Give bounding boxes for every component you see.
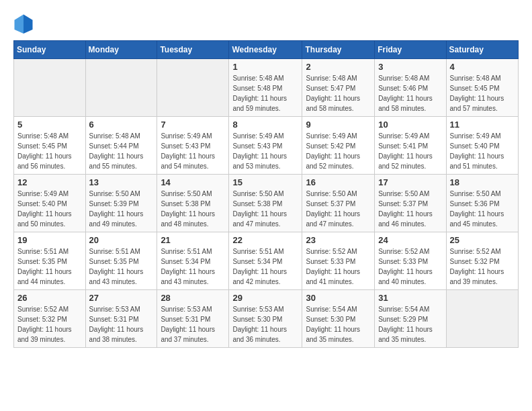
calendar-cell: 14Sunrise: 5:50 AM Sunset: 5:38 PM Dayli… <box>157 175 229 232</box>
day-info: Sunrise: 5:48 AM Sunset: 5:47 PM Dayligh… <box>306 73 371 113</box>
day-number: 22 <box>232 235 298 245</box>
day-info: Sunrise: 5:53 AM Sunset: 5:30 PM Dayligh… <box>232 304 298 345</box>
calendar-cell: 28Sunrise: 5:53 AM Sunset: 5:31 PM Dayli… <box>157 290 229 348</box>
day-info: Sunrise: 5:48 AM Sunset: 5:48 PM Dayligh… <box>232 73 298 113</box>
svg-marker-2 <box>15 15 24 34</box>
day-info: Sunrise: 5:52 AM Sunset: 5:33 PM Dayligh… <box>306 246 371 287</box>
calendar-cell: 22Sunrise: 5:51 AM Sunset: 5:34 PM Dayli… <box>229 232 302 290</box>
calendar-page: SundayMondayTuesdayWednesdayThursdayFrid… <box>0 0 532 411</box>
logo-icon <box>13 13 34 34</box>
calendar-cell: 15Sunrise: 5:50 AM Sunset: 5:38 PM Dayli… <box>229 175 302 232</box>
calendar-cell: 8Sunrise: 5:49 AM Sunset: 5:43 PM Daylig… <box>229 117 302 175</box>
day-number: 11 <box>450 120 515 130</box>
calendar-week-4: 19Sunrise: 5:51 AM Sunset: 5:35 PM Dayli… <box>14 232 519 290</box>
day-number: 28 <box>161 293 225 303</box>
day-info: Sunrise: 5:49 AM Sunset: 5:40 PM Dayligh… <box>17 189 82 229</box>
day-info: Sunrise: 5:52 AM Sunset: 5:33 PM Dayligh… <box>378 246 442 287</box>
day-info: Sunrise: 5:49 AM Sunset: 5:41 PM Dayligh… <box>378 131 442 171</box>
calendar-cell <box>446 290 518 348</box>
calendar-cell: 26Sunrise: 5:52 AM Sunset: 5:32 PM Dayli… <box>14 290 86 348</box>
calendar-cell: 10Sunrise: 5:49 AM Sunset: 5:41 PM Dayli… <box>375 117 446 175</box>
logo <box>13 13 36 34</box>
calendar-cell: 5Sunrise: 5:48 AM Sunset: 5:45 PM Daylig… <box>14 117 86 175</box>
day-number: 18 <box>450 177 515 187</box>
calendar-header-sunday: Sunday <box>14 41 86 59</box>
calendar-cell: 7Sunrise: 5:49 AM Sunset: 5:43 PM Daylig… <box>157 117 229 175</box>
day-number: 6 <box>89 120 154 130</box>
day-info: Sunrise: 5:50 AM Sunset: 5:39 PM Dayligh… <box>89 189 154 229</box>
day-number: 7 <box>161 120 225 130</box>
day-info: Sunrise: 5:51 AM Sunset: 5:34 PM Dayligh… <box>232 246 298 287</box>
day-number: 20 <box>89 235 154 245</box>
calendar-cell: 21Sunrise: 5:51 AM Sunset: 5:34 PM Dayli… <box>157 232 229 290</box>
calendar-week-3: 12Sunrise: 5:49 AM Sunset: 5:40 PM Dayli… <box>14 175 519 232</box>
day-number: 16 <box>306 177 371 187</box>
day-info: Sunrise: 5:54 AM Sunset: 5:29 PM Dayligh… <box>378 304 442 345</box>
calendar-cell: 2Sunrise: 5:48 AM Sunset: 5:47 PM Daylig… <box>302 59 375 117</box>
day-info: Sunrise: 5:50 AM Sunset: 5:37 PM Dayligh… <box>306 189 371 229</box>
calendar-body: 1Sunrise: 5:48 AM Sunset: 5:48 PM Daylig… <box>14 59 519 348</box>
day-info: Sunrise: 5:51 AM Sunset: 5:34 PM Dayligh… <box>161 246 225 287</box>
day-number: 9 <box>306 120 371 130</box>
calendar-cell: 19Sunrise: 5:51 AM Sunset: 5:35 PM Dayli… <box>14 232 86 290</box>
day-number: 2 <box>306 62 371 72</box>
day-number: 5 <box>17 120 82 130</box>
calendar-cell: 1Sunrise: 5:48 AM Sunset: 5:48 PM Daylig… <box>229 59 302 117</box>
day-info: Sunrise: 5:49 AM Sunset: 5:43 PM Dayligh… <box>232 131 298 171</box>
day-info: Sunrise: 5:49 AM Sunset: 5:43 PM Dayligh… <box>161 131 225 171</box>
calendar-cell: 29Sunrise: 5:53 AM Sunset: 5:30 PM Dayli… <box>229 290 302 348</box>
calendar-header-row: SundayMondayTuesdayWednesdayThursdayFrid… <box>14 41 519 59</box>
day-info: Sunrise: 5:49 AM Sunset: 5:42 PM Dayligh… <box>306 131 371 171</box>
day-info: Sunrise: 5:51 AM Sunset: 5:35 PM Dayligh… <box>89 246 154 287</box>
calendar-week-2: 5Sunrise: 5:48 AM Sunset: 5:45 PM Daylig… <box>14 117 519 175</box>
day-number: 17 <box>378 177 442 187</box>
day-info: Sunrise: 5:53 AM Sunset: 5:31 PM Dayligh… <box>89 304 154 345</box>
day-number: 26 <box>17 293 82 303</box>
calendar-cell: 25Sunrise: 5:52 AM Sunset: 5:32 PM Dayli… <box>446 232 518 290</box>
day-number: 29 <box>232 293 298 303</box>
calendar-week-5: 26Sunrise: 5:52 AM Sunset: 5:32 PM Dayli… <box>14 290 519 348</box>
day-info: Sunrise: 5:49 AM Sunset: 5:40 PM Dayligh… <box>450 131 515 171</box>
day-info: Sunrise: 5:54 AM Sunset: 5:30 PM Dayligh… <box>306 304 371 345</box>
day-number: 24 <box>378 235 442 245</box>
day-number: 12 <box>17 177 82 187</box>
calendar-cell: 17Sunrise: 5:50 AM Sunset: 5:37 PM Dayli… <box>375 175 446 232</box>
day-number: 23 <box>306 235 371 245</box>
day-info: Sunrise: 5:50 AM Sunset: 5:37 PM Dayligh… <box>378 189 442 229</box>
day-number: 30 <box>306 293 371 303</box>
calendar-cell: 20Sunrise: 5:51 AM Sunset: 5:35 PM Dayli… <box>85 232 157 290</box>
day-number: 3 <box>378 62 442 72</box>
day-info: Sunrise: 5:48 AM Sunset: 5:46 PM Dayligh… <box>378 73 442 113</box>
header <box>13 13 519 34</box>
day-number: 4 <box>450 62 515 72</box>
calendar-cell: 6Sunrise: 5:48 AM Sunset: 5:44 PM Daylig… <box>85 117 157 175</box>
calendar-cell: 11Sunrise: 5:49 AM Sunset: 5:40 PM Dayli… <box>446 117 518 175</box>
day-number: 14 <box>161 177 225 187</box>
day-info: Sunrise: 5:52 AM Sunset: 5:32 PM Dayligh… <box>17 304 82 345</box>
calendar-header-tuesday: Tuesday <box>157 41 229 59</box>
day-number: 10 <box>378 120 442 130</box>
day-info: Sunrise: 5:51 AM Sunset: 5:35 PM Dayligh… <box>17 246 82 287</box>
day-number: 27 <box>89 293 154 303</box>
day-number: 19 <box>17 235 82 245</box>
day-number: 13 <box>89 177 154 187</box>
calendar-cell: 24Sunrise: 5:52 AM Sunset: 5:33 PM Dayli… <box>375 232 446 290</box>
calendar-cell: 13Sunrise: 5:50 AM Sunset: 5:39 PM Dayli… <box>85 175 157 232</box>
calendar-cell: 9Sunrise: 5:49 AM Sunset: 5:42 PM Daylig… <box>302 117 375 175</box>
day-info: Sunrise: 5:48 AM Sunset: 5:45 PM Dayligh… <box>17 131 82 171</box>
calendar-cell: 3Sunrise: 5:48 AM Sunset: 5:46 PM Daylig… <box>375 59 446 117</box>
calendar-cell: 31Sunrise: 5:54 AM Sunset: 5:29 PM Dayli… <box>375 290 446 348</box>
svg-marker-1 <box>24 15 33 34</box>
calendar-header-monday: Monday <box>85 41 157 59</box>
calendar-week-1: 1Sunrise: 5:48 AM Sunset: 5:48 PM Daylig… <box>14 59 519 117</box>
calendar-cell: 4Sunrise: 5:48 AM Sunset: 5:45 PM Daylig… <box>446 59 518 117</box>
calendar-cell: 27Sunrise: 5:53 AM Sunset: 5:31 PM Dayli… <box>85 290 157 348</box>
day-info: Sunrise: 5:52 AM Sunset: 5:32 PM Dayligh… <box>450 246 515 287</box>
calendar-cell: 12Sunrise: 5:49 AM Sunset: 5:40 PM Dayli… <box>14 175 86 232</box>
calendar-header-saturday: Saturday <box>446 41 518 59</box>
day-info: Sunrise: 5:50 AM Sunset: 5:36 PM Dayligh… <box>450 189 515 229</box>
day-number: 21 <box>161 235 225 245</box>
day-info: Sunrise: 5:53 AM Sunset: 5:31 PM Dayligh… <box>161 304 225 345</box>
day-number: 8 <box>232 120 298 130</box>
calendar-cell: 30Sunrise: 5:54 AM Sunset: 5:30 PM Dayli… <box>302 290 375 348</box>
